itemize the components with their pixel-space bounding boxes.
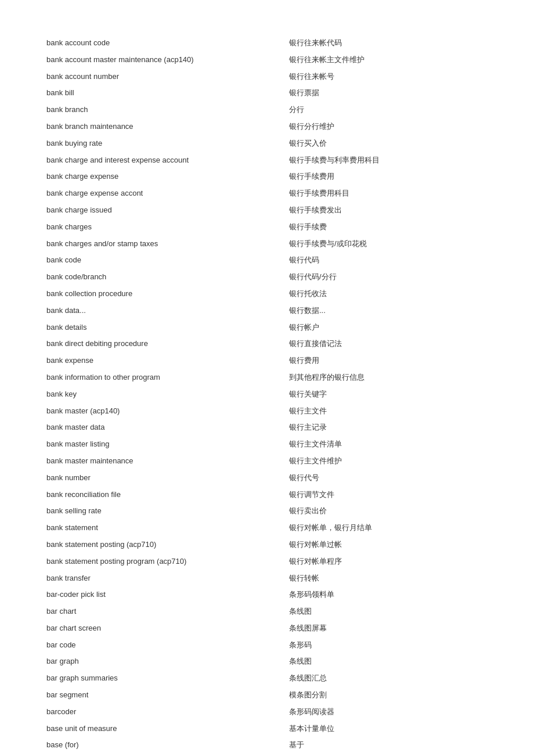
table-row: bank account code银行往来帐代码 xyxy=(46,35,488,52)
english-term: bank charge expense xyxy=(46,168,289,185)
english-term: bank key xyxy=(46,386,289,403)
table-row: bank charges银行手续费 xyxy=(46,219,488,236)
chinese-term: 条线图 xyxy=(289,653,488,670)
english-term: bank statement xyxy=(46,520,289,537)
english-term: bank charges xyxy=(46,219,289,236)
table-row: bank charge expense accont银行手续费用科目 xyxy=(46,185,488,202)
table-row: bank buying rate银行买入价 xyxy=(46,135,488,152)
english-term: bar chart screen xyxy=(46,620,289,637)
table-row: bank master maintenance银行主文件维护 xyxy=(46,453,488,470)
english-term: bank collection procedure xyxy=(46,286,289,303)
chinese-term: 银行帐户 xyxy=(289,319,488,336)
table-row: barcoder条形码阅读器 xyxy=(46,704,488,721)
chinese-term: 银行主记录 xyxy=(289,419,488,436)
chinese-term: 分行 xyxy=(289,102,488,118)
chinese-term: 条线图屏幕 xyxy=(289,620,488,637)
table-row: bank details银行帐户 xyxy=(46,319,488,336)
table-row: bank branch maintenance银行分行维护 xyxy=(46,118,488,135)
english-term: bar code xyxy=(46,637,289,654)
chinese-term: 银行手续费用科目 xyxy=(289,185,488,202)
table-row: bank master listing银行主文件清单 xyxy=(46,436,488,453)
english-term: bank master (acp140) xyxy=(46,403,289,420)
chinese-term: 银行费用 xyxy=(289,352,488,369)
glossary-table: bank account code银行往来帐代码bank account mas… xyxy=(46,35,488,756)
chinese-term: 银行卖出价 xyxy=(289,503,488,520)
table-row: bank bill银行票据 xyxy=(46,85,488,102)
table-row: bank selling rate银行卖出价 xyxy=(46,503,488,520)
english-term: bank data... xyxy=(46,303,289,319)
english-term: bank transfer xyxy=(46,570,289,587)
chinese-term: 银行代码 xyxy=(289,252,488,269)
table-row: bar graph条线图 xyxy=(46,653,488,670)
table-row: bar chart screen条线图屏幕 xyxy=(46,620,488,637)
table-row: base amount基本金额 xyxy=(46,754,488,756)
table-row: base (for)基于 xyxy=(46,737,488,754)
english-term: base unit of measure xyxy=(46,721,289,737)
table-row: bank charges and/or stamp taxes银行手续费与/或印… xyxy=(46,236,488,253)
chinese-term: 银行主文件 xyxy=(289,403,488,420)
table-row: bank code/branch银行代码/分行 xyxy=(46,269,488,286)
chinese-term: 银行往来帐号 xyxy=(289,69,488,85)
table-row: bank code银行代码 xyxy=(46,252,488,269)
table-row: bank reconciliation file银行调节文件 xyxy=(46,487,488,503)
table-row: bar segment模条图分割 xyxy=(46,687,488,704)
chinese-term: 银行手续费与利率费用科目 xyxy=(289,152,488,169)
english-term: bank code xyxy=(46,252,289,269)
chinese-term: 银行调节文件 xyxy=(289,487,488,503)
table-row: bank data...银行数据... xyxy=(46,303,488,319)
table-row: bank master data银行主记录 xyxy=(46,419,488,436)
english-term: bank master data xyxy=(46,419,289,436)
table-row: bank key银行关键字 xyxy=(46,386,488,403)
english-term: bank number xyxy=(46,470,289,487)
chinese-term: 条形码阅读器 xyxy=(289,704,488,721)
english-term: bank account code xyxy=(46,35,289,52)
english-term: bank account master maintenance (acp140) xyxy=(46,52,289,69)
chinese-term: 银行对帐单，银行月结单 xyxy=(289,520,488,537)
table-row: bank master (acp140)银行主文件 xyxy=(46,403,488,420)
chinese-term: 条线图 xyxy=(289,603,488,620)
chinese-term: 银行对帐单程序 xyxy=(289,553,488,570)
table-row: bar graph summaries条线图汇总 xyxy=(46,670,488,687)
table-row: bank statement银行对帐单，银行月结单 xyxy=(46,520,488,537)
chinese-term: 模条图分割 xyxy=(289,687,488,704)
chinese-term: 银行手续费发出 xyxy=(289,202,488,219)
english-term: bar segment xyxy=(46,687,289,704)
english-term: bank code/branch xyxy=(46,269,289,286)
chinese-term: 基本计量单位 xyxy=(289,721,488,737)
table-row: bank branch分行 xyxy=(46,102,488,118)
chinese-term: 基本金额 xyxy=(289,754,488,756)
table-row: bar-coder pick list条形码领料单 xyxy=(46,586,488,603)
english-term: bank charge and interest expense account xyxy=(46,152,289,169)
chinese-term: 银行手续费用 xyxy=(289,168,488,185)
chinese-term: 银行代号 xyxy=(289,470,488,487)
table-row: bank expense银行费用 xyxy=(46,352,488,369)
english-term: base (for) xyxy=(46,737,289,754)
chinese-term: 银行买入价 xyxy=(289,135,488,152)
table-row: bank statement posting program (acp710)银… xyxy=(46,553,488,570)
english-term: bank statement posting (acp710) xyxy=(46,537,289,553)
table-row: bank statement posting (acp710)银行对帐单过帐 xyxy=(46,537,488,553)
table-row: bank information to other program到其他程序的银… xyxy=(46,369,488,386)
table-row: bar chart条线图 xyxy=(46,603,488,620)
english-term: bank charges and/or stamp taxes xyxy=(46,236,289,253)
chinese-term: 银行关键字 xyxy=(289,386,488,403)
table-row: bank account number银行往来帐号 xyxy=(46,69,488,85)
english-term: bank branch xyxy=(46,102,289,118)
table-row: bar code条形码 xyxy=(46,637,488,654)
chinese-term: 银行代码/分行 xyxy=(289,269,488,286)
chinese-term: 银行转帐 xyxy=(289,570,488,587)
english-term: bank buying rate xyxy=(46,135,289,152)
english-term: barcoder xyxy=(46,704,289,721)
english-term: bar chart xyxy=(46,603,289,620)
english-term: bank expense xyxy=(46,352,289,369)
english-term: bank master maintenance xyxy=(46,453,289,470)
english-term: bank statement posting program (acp710) xyxy=(46,553,289,570)
english-term: bank master listing xyxy=(46,436,289,453)
chinese-term: 银行手续费 xyxy=(289,219,488,236)
chinese-term: 条形码 xyxy=(289,637,488,654)
chinese-term: 银行往来帐主文件维护 xyxy=(289,52,488,69)
chinese-term: 到其他程序的银行信息 xyxy=(289,369,488,386)
table-row: bank charge and interest expense account… xyxy=(46,152,488,169)
english-term: bank direct debiting procedure xyxy=(46,336,289,352)
table-row: bank charge expense银行手续费用 xyxy=(46,168,488,185)
